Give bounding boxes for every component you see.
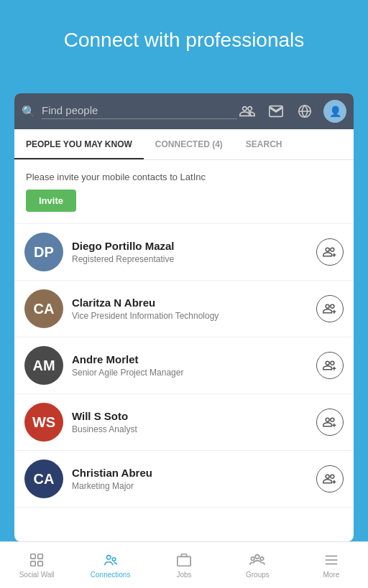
nav-social-wall-label: Social Wall xyxy=(19,571,55,579)
svg-point-15 xyxy=(106,555,111,559)
svg-rect-12 xyxy=(38,554,42,558)
nav-more[interactable]: More xyxy=(295,546,368,584)
connect-button[interactable] xyxy=(316,409,344,436)
person-item: CA Christian Abreu Marketing Major xyxy=(14,451,354,508)
search-actions: 👤 xyxy=(237,100,346,123)
person-info: Diego Portillo Mazal Registered Represen… xyxy=(72,240,316,264)
connect-button[interactable] xyxy=(316,465,344,493)
person-info: Christian Abreu Marketing Major xyxy=(72,467,316,491)
invite-text: Please invite your mobile contacts to La… xyxy=(26,172,342,182)
tab-people-you-may-know[interactable]: PEOPLE YOU MAY KNOW xyxy=(14,129,144,159)
svg-point-18 xyxy=(256,554,260,559)
globe-icon[interactable] xyxy=(295,101,315,121)
person-avatar: DP xyxy=(24,233,63,271)
svg-point-16 xyxy=(112,557,116,561)
person-item: AM Andre Morlet Senior Agile Project Man… xyxy=(14,337,354,394)
user-avatar[interactable]: 👤 xyxy=(323,100,346,123)
svg-rect-17 xyxy=(178,556,190,566)
add-person-icon[interactable] xyxy=(237,101,257,121)
person-title: Marketing Major xyxy=(72,481,316,491)
tab-search[interactable]: SEARCH xyxy=(234,129,294,159)
person-name: Christian Abreu xyxy=(72,467,316,479)
svg-rect-14 xyxy=(38,561,42,565)
nav-jobs[interactable]: Jobs xyxy=(147,546,221,584)
person-title: Business Analyst xyxy=(72,424,316,434)
person-item: DP Diego Portillo Mazal Registered Repre… xyxy=(14,224,354,281)
nav-groups[interactable]: Groups xyxy=(221,546,294,584)
svg-point-20 xyxy=(261,556,264,560)
person-title: Registered Representative xyxy=(72,254,316,264)
invite-banner: Please invite your mobile contacts to La… xyxy=(14,160,354,224)
person-avatar: CA xyxy=(24,459,63,498)
person-name: Will S Soto xyxy=(72,410,316,422)
person-name: Diego Portillo Mazal xyxy=(72,240,316,252)
connect-button[interactable] xyxy=(316,352,344,379)
search-bar: 🔍 👤 xyxy=(14,93,354,129)
nav-groups-label: Groups xyxy=(246,571,270,579)
person-avatar: WS xyxy=(24,403,63,442)
nav-more-label: More xyxy=(323,571,339,579)
person-name: Andre Morlet xyxy=(72,353,316,365)
people-list: DP Diego Portillo Mazal Registered Repre… xyxy=(14,224,354,541)
connect-button[interactable] xyxy=(316,238,344,266)
person-name: Claritza N Abreu xyxy=(72,297,316,309)
person-info: Andre Morlet Senior Agile Project Manage… xyxy=(72,353,316,378)
search-icon: 🔍 xyxy=(22,105,36,118)
page-title: Connect with professionals xyxy=(0,0,368,66)
nav-jobs-label: Jobs xyxy=(176,571,191,579)
person-info: Claritza N Abreu Vice President Informat… xyxy=(72,297,316,321)
search-input-wrap: 🔍 xyxy=(22,104,237,119)
search-input[interactable] xyxy=(42,104,237,119)
nav-connections-label: Connections xyxy=(91,571,131,579)
person-title: Senior Agile Project Manager xyxy=(72,368,316,378)
tab-connected[interactable]: CONNECTED (4) xyxy=(144,129,234,159)
person-info: Will S Soto Business Analyst xyxy=(72,410,316,434)
message-icon[interactable] xyxy=(266,101,286,121)
app-card: 🔍 👤 PEOPLE YOU M xyxy=(14,93,354,541)
svg-rect-11 xyxy=(31,554,35,558)
nav-connections[interactable]: Connections xyxy=(73,546,147,584)
person-item: CA Claritza N Abreu Vice President Infor… xyxy=(14,281,354,337)
tabs: PEOPLE YOU MAY KNOW CONNECTED (4) SEARCH xyxy=(14,129,354,160)
person-title: Vice President Information Technology xyxy=(72,311,316,321)
person-item: WS Will S Soto Business Analyst xyxy=(14,394,354,451)
person-avatar: CA xyxy=(24,289,63,328)
invite-button[interactable]: Invite xyxy=(26,190,76,212)
svg-point-19 xyxy=(252,556,255,560)
nav-social-wall[interactable]: Social Wall xyxy=(0,546,73,584)
connect-button[interactable] xyxy=(316,295,344,322)
person-avatar: AM xyxy=(24,346,63,385)
svg-rect-13 xyxy=(31,561,35,565)
bottom-nav: Social Wall Connections Jobs Groups xyxy=(0,541,368,588)
